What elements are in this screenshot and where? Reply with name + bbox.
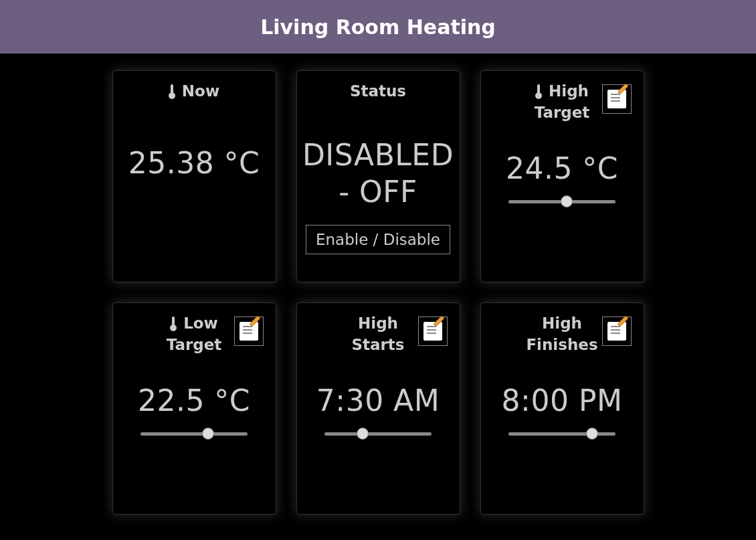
card-status-title: Status [350,78,406,102]
edit-icon [423,322,442,341]
card-low-target-title: Low Target [167,310,222,355]
edit-icon [240,322,258,341]
card-high-target-title: High Target [535,78,590,123]
status-value: DISABLED - OFF [302,137,454,210]
card-high-target: High Target 24.5 °C [480,70,644,282]
card-high-starts-title-l1: High [358,314,398,334]
edit-high-target-button[interactable] [602,84,632,114]
low-target-slider[interactable] [140,432,248,436]
high-starts-slider-wrap [324,432,432,436]
card-now-title-text: Now [182,82,219,102]
high-target-value: 24.5 °C [506,150,618,187]
edit-icon [607,322,626,341]
thermometer-icon [535,84,542,99]
high-finishes-value: 8:00 PM [502,382,623,419]
enable-disable-button[interactable]: Enable / Disable [306,225,450,254]
card-status-title-row: Status [302,78,454,118]
card-high-target-title-row: High Target [486,78,638,123]
card-high-starts-title-l2: Starts [351,335,404,355]
edit-icon [607,90,626,108]
card-high-target-title-l2: Target [535,103,590,123]
thermometer-icon [169,84,175,99]
card-high-finishes-title-row: High Finishes [486,310,638,355]
card-high-finishes-title: High Finishes [526,310,597,355]
high-target-slider-wrap [508,200,616,204]
card-low-target-title-l2: Target [167,335,222,355]
card-now-title: Now [169,78,219,102]
page-header: Living Room Heating [0,0,756,54]
now-temperature-value: 25.38 °C [128,145,260,181]
high-finishes-slider[interactable] [508,432,616,436]
card-now: Now 25.38 °C [112,70,276,282]
card-low-target-title-row: Low Target [118,310,270,355]
high-target-slider[interactable] [508,200,616,204]
edit-high-starts-button[interactable] [418,317,448,346]
high-starts-slider[interactable] [324,432,432,436]
card-status: Status DISABLED - OFF Enable / Disable [296,70,460,282]
card-high-finishes-title-l1: High [542,314,582,334]
card-now-title-row: Now [118,78,270,118]
card-high-starts: High Starts 7:30 AM [296,302,460,515]
page-title: Living Room Heating [260,15,496,39]
card-low-target-title-l1: Low [183,314,218,334]
low-target-slider-wrap [140,432,248,436]
card-grid: Now 25.38 °C Status DISABLED - OFF Enabl… [0,54,756,531]
card-high-starts-title-row: High Starts [302,310,454,355]
high-finishes-slider-wrap [508,432,616,436]
edit-low-target-button[interactable] [234,317,264,346]
low-target-value: 22.5 °C [138,382,250,419]
thermometer-icon [170,317,177,331]
card-status-title-text: Status [350,82,406,102]
card-high-target-title-l1: High [549,82,589,102]
card-low-target: Low Target 22.5 °C [112,302,276,515]
edit-high-finishes-button[interactable] [602,317,632,346]
card-high-finishes-title-l2: Finishes [526,335,597,355]
card-high-finishes: High Finishes 8:00 PM [480,302,644,515]
high-starts-value: 7:30 AM [316,382,440,419]
card-high-starts-title: High Starts [351,310,404,355]
